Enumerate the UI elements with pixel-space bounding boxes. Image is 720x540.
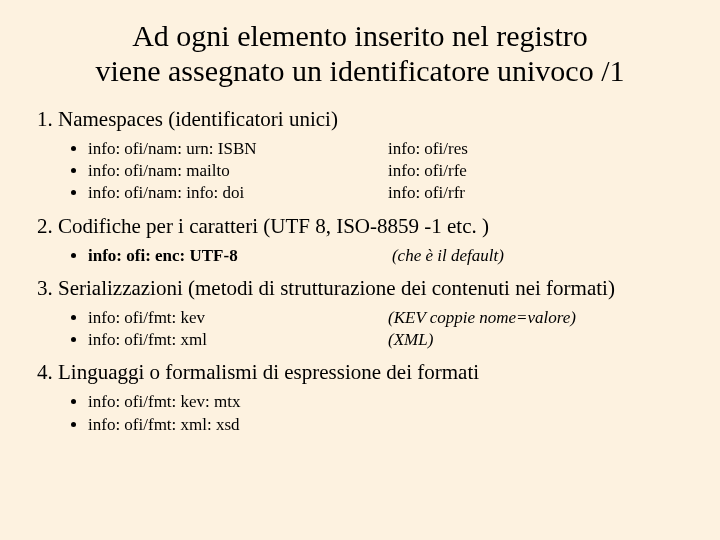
sublist-serializzazioni: info: ofi/fmt: kev (KEV coppie nome=valo… [58, 307, 690, 351]
nam-left-2: info: ofi/nam: info: doi [88, 182, 388, 203]
heading-codifiche: Codifiche per i caratteri (UTF 8, ISO-88… [58, 214, 489, 238]
list-item: info: ofi/nam: info: doi info: ofi/rfr [88, 182, 690, 203]
page-title: Ad ogni elemento inserito nel registro v… [30, 18, 690, 89]
sublist-namespaces: info: ofi/nam: urn: ISBN info: ofi/res i… [58, 138, 690, 204]
item-serializzazioni: Serializzazioni (metodi di strutturazion… [58, 276, 690, 351]
nam-right-2: info: ofi/rfr [388, 182, 465, 203]
main-list: Namespaces (identificatori unici) info: … [30, 107, 690, 435]
nam-right-1: info: ofi/rfe [388, 160, 467, 181]
title-line-2: viene assegnato un identificatore univoc… [96, 54, 625, 87]
list-item: info: ofi/nam: urn: ISBN info: ofi/res [88, 138, 690, 159]
fmt-left-1: info: ofi/fmt: xml [88, 329, 388, 350]
lang-1: info: ofi/fmt: xml: xsd [88, 415, 240, 434]
fmt-right-1: (XML) [388, 329, 433, 350]
list-item: info: ofi: enc: UTF-8 (che è il default) [88, 245, 690, 266]
list-item: info: ofi/fmt: xml (XML) [88, 329, 690, 350]
title-line-1: Ad ogni elemento inserito nel registro [132, 19, 588, 52]
enc-left: info: ofi: enc: UTF-8 [88, 246, 238, 265]
item-codifiche: Codifiche per i caratteri (UTF 8, ISO-88… [58, 214, 690, 266]
item-linguaggi: Linguaggi o formalismi di espressione de… [58, 360, 690, 435]
lang-0: info: ofi/fmt: kev: mtx [88, 392, 241, 411]
heading-namespaces: Namespaces (identificatori unici) [58, 107, 338, 131]
nam-right-0: info: ofi/res [388, 138, 468, 159]
list-item: info: ofi/fmt: kev (KEV coppie nome=valo… [88, 307, 690, 328]
fmt-left-0: info: ofi/fmt: kev [88, 307, 388, 328]
fmt-right-0: (KEV coppie nome=valore) [388, 307, 576, 328]
nam-left-0: info: ofi/nam: urn: ISBN [88, 138, 388, 159]
list-item: info: ofi/fmt: xml: xsd [88, 414, 690, 435]
list-item: info: ofi/fmt: kev: mtx [88, 391, 690, 412]
heading-serializzazioni: Serializzazioni (metodi di strutturazion… [58, 276, 615, 300]
sublist-linguaggi: info: ofi/fmt: kev: mtx info: ofi/fmt: x… [58, 391, 690, 435]
item-namespaces: Namespaces (identificatori unici) info: … [58, 107, 690, 204]
nam-left-1: info: ofi/nam: mailto [88, 160, 388, 181]
sublist-codifiche: info: ofi: enc: UTF-8 (che è il default) [58, 245, 690, 266]
slide: Ad ogni elemento inserito nel registro v… [0, 0, 720, 540]
enc-right: (che è il default) [392, 245, 504, 266]
heading-linguaggi: Linguaggi o formalismi di espressione de… [58, 360, 479, 384]
list-item: info: ofi/nam: mailto info: ofi/rfe [88, 160, 690, 181]
